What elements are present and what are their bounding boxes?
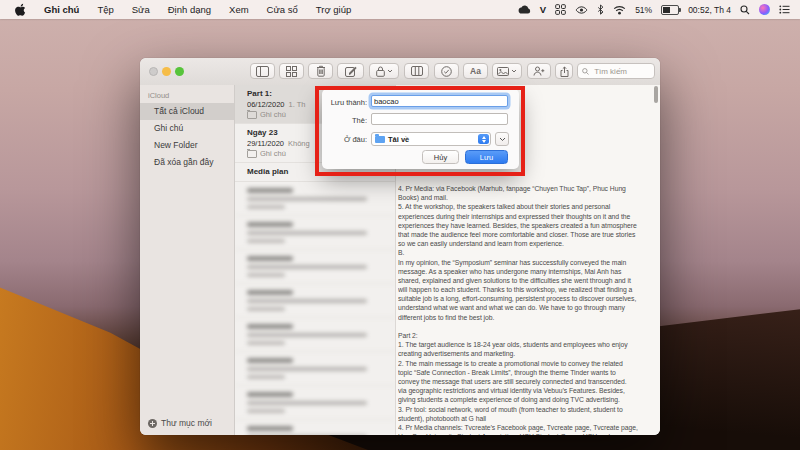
note-list-item-blurred[interactable] xyxy=(235,182,395,216)
siri-icon[interactable] xyxy=(759,4,770,15)
note-text-line: 5. At the workshop, the speakers talked … xyxy=(398,202,656,211)
save-button[interactable]: Lưu xyxy=(465,150,508,164)
sidebar-item-1[interactable]: Ghi chú xyxy=(140,120,234,137)
menu-clock[interactable]: 00:52, Th 4 xyxy=(688,5,731,15)
where-dropdown[interactable]: Tải về xyxy=(371,132,491,146)
flagged-word: Chuyen Thuc Tap xyxy=(535,185,587,192)
note-list-item-blurred[interactable] xyxy=(235,386,395,420)
media-button[interactable] xyxy=(492,63,522,79)
delete-note-button[interactable] xyxy=(308,63,333,79)
redacted-text xyxy=(247,197,367,201)
new-note-button[interactable] xyxy=(337,63,364,79)
redacted-text xyxy=(247,367,367,371)
eye-icon[interactable] xyxy=(575,6,588,14)
toggle-sidebar-button[interactable] xyxy=(250,63,275,79)
sidebar-list: Tất cả iCloudGhi chúNew FolderĐã xóa gần… xyxy=(140,103,234,171)
redacted-text xyxy=(247,239,285,243)
where-value: Tải về xyxy=(388,135,409,144)
note-text-line: will happen to each student. Thanks to t… xyxy=(398,285,656,294)
grid-status-icon[interactable] xyxy=(555,4,566,15)
lock-icon xyxy=(376,66,385,77)
redacted-text xyxy=(247,392,293,397)
new-folder-label: Thư mục mới xyxy=(161,418,212,428)
save-as-input[interactable] xyxy=(371,95,508,107)
collaborate-button[interactable] xyxy=(527,63,551,79)
expand-dialog-button[interactable] xyxy=(495,132,509,146)
sidebar-item-0[interactable]: Tất cả iCloud xyxy=(140,103,234,120)
gallery-view-button[interactable] xyxy=(279,63,304,79)
chevron-down-icon xyxy=(387,69,393,73)
scrollbar-thumb[interactable] xyxy=(654,86,658,103)
share-icon xyxy=(560,66,569,77)
spotlight-icon[interactable] xyxy=(740,5,750,15)
redacted-text xyxy=(247,265,367,269)
note-list-item-blurred[interactable] xyxy=(235,284,395,318)
sidebar-item-2[interactable]: New Folder xyxy=(140,137,234,154)
sidebar-item-3[interactable]: Đã xóa gần đây xyxy=(140,154,234,171)
menu-item-2[interactable]: Sửa xyxy=(123,4,159,15)
photo-icon xyxy=(497,67,509,76)
flagged-word: Vebuu’s xyxy=(543,387,567,394)
menu-bar: Ghi chúTệpSửaĐịnh dạngXemCửa sổTrợ giúp … xyxy=(0,0,800,19)
search-icon xyxy=(582,67,589,76)
lock-note-button[interactable] xyxy=(369,63,399,79)
flagged-word: Hoa xyxy=(398,433,410,435)
note-lines: 4. Pr Media: via Facebook (Marhub, fanpa… xyxy=(398,184,656,435)
tags-input[interactable] xyxy=(371,113,508,125)
note-text-line: 4. Pr Media channels: Tvcreate’s Faceboo… xyxy=(398,423,656,432)
note-text-line: Hoa Sen University Student Association, … xyxy=(398,432,656,435)
bluetooth-icon[interactable] xyxy=(597,4,604,15)
note-list-item-blurred[interactable] xyxy=(235,318,395,352)
notes-window: Aa iCloud Tất cả iCloudGhi chúNew Folder… xyxy=(140,58,660,435)
folder-icon xyxy=(247,111,257,119)
note-text-line: 1. The target audience is 18-24 year old… xyxy=(398,340,656,349)
table-button[interactable] xyxy=(404,63,429,79)
tags-label: Thẻ: xyxy=(323,116,367,125)
compose-icon xyxy=(345,65,357,77)
wifi-icon[interactable] xyxy=(613,5,626,15)
search-field xyxy=(577,63,655,79)
v-status-item[interactable]: V xyxy=(540,4,546,15)
redacted-text xyxy=(247,188,293,193)
note-list-item-blurred[interactable] xyxy=(235,352,395,386)
note-text-line: convey the message that users are still … xyxy=(398,377,656,386)
plus-icon xyxy=(148,419,157,428)
zoom-button[interactable] xyxy=(175,67,184,76)
menu-item-4[interactable]: Xem xyxy=(220,4,258,15)
note-list-item-blurred[interactable] xyxy=(235,250,395,284)
minimize-button[interactable] xyxy=(162,67,171,76)
flagged-word: fanpage xyxy=(506,185,530,192)
apple-menu-icon[interactable] xyxy=(6,3,35,16)
redacted-text xyxy=(247,256,293,261)
note-text-line: via geographic restrictions and virtual … xyxy=(398,386,656,395)
note-text-line: experiences during their internships and… xyxy=(398,212,656,221)
note-text-line: so we can easily understand and learn fr… xyxy=(398,239,656,248)
sidebar-icon xyxy=(256,66,269,77)
sync-cloud-icon[interactable] xyxy=(518,5,531,14)
note-text-line: suitable job is a long, effort-consuming… xyxy=(398,294,656,303)
menu-item-1[interactable]: Tệp xyxy=(88,4,122,15)
note-list-item-blurred[interactable] xyxy=(235,216,395,250)
note-text-line: experiences they have learned. Besides, … xyxy=(398,221,656,230)
checklist-icon xyxy=(441,66,452,77)
menu-item-5[interactable]: Cửa sổ xyxy=(258,4,307,15)
menu-item-6[interactable]: Trợ giúp xyxy=(307,4,360,15)
note-text-line: student), photobooth at G hall xyxy=(398,414,656,423)
checklist-button[interactable] xyxy=(434,63,459,79)
note-text-line: Part 2: xyxy=(398,331,656,340)
note-list-item-blurred[interactable] xyxy=(235,420,395,435)
cancel-button[interactable]: Hủy xyxy=(422,150,459,164)
new-folder-button[interactable]: Thư mục mới xyxy=(148,418,212,428)
menu-item-3[interactable]: Định dạng xyxy=(159,4,220,15)
menu-item-0[interactable]: Ghi chú xyxy=(35,4,88,15)
format-text-button[interactable]: Aa xyxy=(463,63,488,79)
notification-center-icon[interactable] xyxy=(779,5,790,14)
share-button[interactable] xyxy=(555,63,573,79)
trash-icon xyxy=(316,65,326,77)
note-preview: 1. Th xyxy=(289,100,306,109)
battery-icon[interactable] xyxy=(661,5,679,15)
note-text-line: creating advertisements and marketing. xyxy=(398,349,656,358)
close-button[interactable] xyxy=(149,67,158,76)
where-label: Ở đâu: xyxy=(323,135,367,144)
search-input[interactable] xyxy=(592,66,650,77)
